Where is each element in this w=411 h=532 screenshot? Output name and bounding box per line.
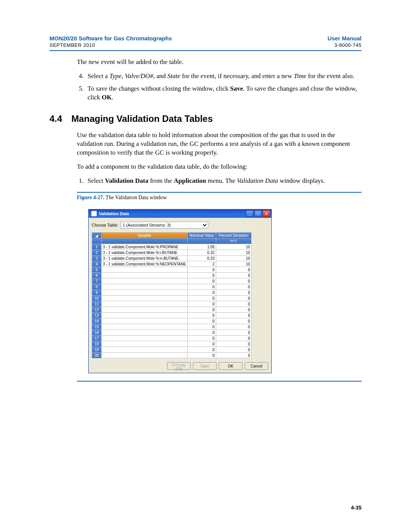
cell-nominal[interactable]: 0 (187, 324, 216, 330)
table-row[interactable]: 800 (92, 284, 252, 290)
table-row[interactable]: 1500 (92, 324, 252, 330)
cell-nominal[interactable]: 0 (187, 330, 216, 335)
row-number: 3 (92, 256, 102, 261)
cell-nominal[interactable]: 2 (187, 261, 216, 267)
table-row[interactable]: 1800 (92, 341, 252, 347)
maximize-button[interactable]: □ (254, 210, 262, 217)
validation-table[interactable]: ◢ Variable Nominal Value Percent Deviati… (92, 232, 252, 358)
cell-percent[interactable]: 0 (216, 278, 251, 284)
table-row[interactable]: 900 (92, 290, 252, 296)
cell-nominal[interactable]: 0 (187, 278, 216, 284)
cell-variable[interactable] (102, 318, 188, 324)
cell-percent[interactable]: 0 (216, 273, 251, 278)
table-row[interactable]: 1700 (92, 335, 252, 341)
table-row[interactable]: 1900 (92, 347, 252, 353)
choose-table-label: Choose Table: (92, 222, 118, 228)
cell-variable[interactable]: 3 - 1 validate.Component.Mole %:PROPANE (102, 244, 188, 250)
cell-nominal[interactable]: 0 (187, 284, 216, 290)
table-row[interactable]: 13 - 1 validate.Component.Mole %:PROPANE… (92, 244, 252, 250)
table-row[interactable]: 1100 (92, 301, 252, 307)
cell-variable[interactable]: 3 - 1 validate.Component.Mole %:NEOPENTA… (102, 261, 188, 267)
table-row[interactable]: 1600 (92, 330, 252, 335)
cell-nominal[interactable]: 0 (187, 353, 216, 358)
cell-nominal[interactable]: 0.33 (187, 256, 216, 261)
cell-variable[interactable] (102, 330, 188, 335)
cell-nominal[interactable]: 0 (187, 307, 216, 313)
cell-percent[interactable]: 0 (216, 324, 251, 330)
cell-variable[interactable] (102, 301, 188, 307)
cell-percent[interactable]: 10 (216, 256, 251, 261)
cell-nominal[interactable]: 0 (187, 273, 216, 278)
choose-table-select[interactable]: 1 (Associated Streams: 3) (121, 222, 208, 228)
cell-percent[interactable]: 0 (216, 284, 251, 290)
table-row[interactable]: 500 (92, 267, 252, 273)
titlebar[interactable]: Validation Data _ □ × (89, 209, 271, 218)
cell-percent[interactable]: 0 (216, 290, 251, 296)
cell-nominal[interactable]: 0 (187, 267, 216, 273)
cell-variable[interactable] (102, 290, 188, 296)
cell-percent[interactable]: 0 (216, 267, 251, 273)
cell-nominal[interactable]: 0 (187, 347, 216, 353)
minimize-button[interactable]: _ (246, 210, 253, 217)
cell-percent[interactable]: 0 (216, 313, 251, 318)
cell-percent[interactable]: 0 (216, 296, 251, 301)
ok-button[interactable]: OK (219, 362, 242, 370)
cell-variable[interactable] (102, 324, 188, 330)
cell-percent[interactable]: 10 (216, 244, 251, 250)
close-button[interactable]: × (263, 210, 270, 217)
table-row[interactable]: 2000 (92, 353, 252, 358)
cell-variable[interactable] (102, 335, 188, 341)
cell-variable[interactable]: 3 - 1 validate.Component.Mole %:i-BUTANE (102, 250, 188, 256)
table-row[interactable]: 23 - 1 validate.Component.Mole %:i-BUTAN… (92, 250, 252, 256)
cell-nominal[interactable]: 0 (187, 290, 216, 296)
cell-percent[interactable]: 0 (216, 318, 251, 324)
col-corner[interactable]: ◢ (92, 233, 102, 238)
cell-variable[interactable] (102, 347, 188, 353)
table-row[interactable]: 1300 (92, 313, 252, 318)
col-percent[interactable]: Percent Deviation (216, 233, 251, 238)
col-variable[interactable]: Variable (102, 233, 188, 238)
cell-variable[interactable]: 3 - 1 validate.Component.Mole %:n-BUTANE (102, 256, 188, 261)
cell-nominal[interactable]: 0 (187, 341, 216, 347)
table-row[interactable]: 43 - 1 validate.Component.Mole %:NEOPENT… (92, 261, 252, 267)
table-row[interactable]: 1400 (92, 318, 252, 324)
row-number: 16 (92, 330, 102, 335)
table-row[interactable]: 1000 (92, 296, 252, 301)
cell-percent[interactable]: 10 (216, 250, 251, 256)
cell-variable[interactable] (102, 353, 188, 358)
cell-percent[interactable]: 0 (216, 341, 251, 347)
table-row[interactable]: 33 - 1 validate.Component.Mole %:n-BUTAN… (92, 256, 252, 261)
cell-variable[interactable] (102, 313, 188, 318)
cell-percent[interactable]: 0 (216, 347, 251, 353)
cell-variable[interactable] (102, 307, 188, 313)
copy-button[interactable]: C+Copy (F8) (167, 362, 191, 370)
save-button[interactable]: Save (193, 362, 217, 370)
cell-variable[interactable] (102, 296, 188, 301)
table-row[interactable]: 700 (92, 278, 252, 284)
cell-variable[interactable] (102, 278, 188, 284)
cell-nominal[interactable]: 1.05 (187, 244, 216, 250)
doc-type: User Manual (328, 35, 362, 42)
cell-percent[interactable]: 0 (216, 301, 251, 307)
cell-percent[interactable]: 10 (216, 261, 251, 267)
col-nominal[interactable]: Nominal Value (187, 233, 216, 238)
cancel-button[interactable]: Cancel (245, 362, 268, 370)
cell-nominal[interactable]: 0 (187, 301, 216, 307)
cell-variable[interactable] (102, 284, 188, 290)
cell-nominal[interactable]: 0 (187, 335, 216, 341)
cell-nominal[interactable]: 0 (187, 318, 216, 324)
row-number: 8 (92, 284, 102, 290)
cell-percent[interactable]: 0 (216, 307, 251, 313)
cell-percent[interactable]: 0 (216, 335, 251, 341)
cell-nominal[interactable]: 0.32 (187, 250, 216, 256)
cell-variable[interactable] (102, 267, 188, 273)
table-row[interactable]: 1200 (92, 307, 252, 313)
cell-nominal[interactable]: 0 (187, 296, 216, 301)
cell-variable[interactable] (102, 273, 188, 278)
cell-variable[interactable] (102, 341, 188, 347)
cell-percent[interactable]: 0 (216, 330, 251, 335)
cell-nominal[interactable]: 0 (187, 313, 216, 318)
table-row[interactable]: 600 (92, 273, 252, 278)
section-para-1: Use the validation data table to hold in… (77, 131, 362, 157)
cell-percent[interactable]: 0 (216, 353, 251, 358)
